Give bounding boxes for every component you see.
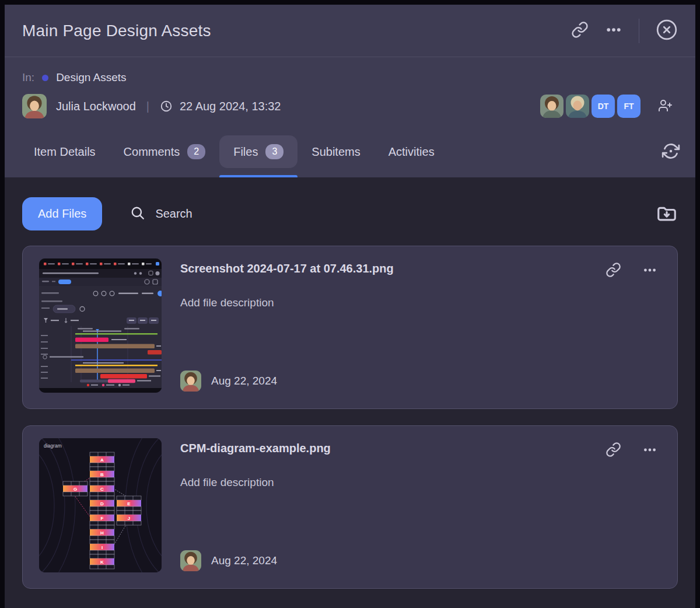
author-avatar xyxy=(22,94,47,118)
file-card-main: Screenshot 2024-07-17 at 07.46.31.png xyxy=(180,258,661,396)
sync-refresh-icon xyxy=(662,142,680,162)
meta-separator: | xyxy=(146,100,149,113)
file-thumbnail[interactable]: diagram xyxy=(39,438,162,572)
svg-text:E: E xyxy=(127,501,131,506)
tab-label: Item Details xyxy=(34,145,96,159)
x-circle-icon xyxy=(656,19,678,43)
files-count-badge: 3 xyxy=(265,144,284,159)
clock-icon xyxy=(160,100,173,113)
file-card-footer: Aug 22, 2024 xyxy=(180,550,661,571)
file-name[interactable]: CPM-diagram-example.png xyxy=(180,442,331,455)
ellipsis-icon xyxy=(642,442,657,459)
author-name: Julia Lockwood xyxy=(56,100,136,113)
svg-text:J: J xyxy=(128,516,130,521)
folder-download-icon xyxy=(656,202,678,226)
user-plus-icon xyxy=(658,99,672,114)
svg-text:diagram: diagram xyxy=(44,443,62,449)
member-badge-ft[interactable]: FT xyxy=(617,95,640,118)
titlebar-divider xyxy=(639,19,639,43)
svg-text:D: D xyxy=(100,501,104,506)
file-search xyxy=(130,205,342,223)
project-color-dot xyxy=(42,75,48,81)
svg-text:G: G xyxy=(74,487,77,492)
page-title: Main Page Design Assets xyxy=(22,22,211,40)
file-description-placeholder[interactable]: Add file description xyxy=(180,476,661,489)
screen: Main Page Design Assets In: xyxy=(0,0,700,608)
file-name[interactable]: Screenshot 2024-07-17 at 07.46.31.png xyxy=(180,262,394,275)
svg-text:H: H xyxy=(100,530,104,536)
tab-item-details[interactable]: Item Details xyxy=(20,126,110,177)
member-badge-dt[interactable]: DT xyxy=(592,95,615,118)
item-more-options-button[interactable] xyxy=(605,21,622,40)
file-card-actions xyxy=(606,442,661,459)
uploader-avatar xyxy=(180,550,201,571)
search-input[interactable] xyxy=(155,207,342,221)
gantt-screenshot-graphic xyxy=(39,258,162,393)
tab-label: Activities xyxy=(388,145,435,159)
created-timestamp: 22 Aug 2024, 13:32 xyxy=(180,100,281,113)
comments-count-badge: 2 xyxy=(187,144,205,159)
svg-text:A: A xyxy=(100,457,104,463)
in-label: In: xyxy=(22,71,34,84)
add-files-button[interactable]: Add Files xyxy=(22,197,102,230)
search-icon xyxy=(130,205,145,223)
link-icon xyxy=(606,442,621,459)
file-more-options-button[interactable] xyxy=(642,442,657,459)
sync-button[interactable] xyxy=(662,142,680,162)
link-icon xyxy=(571,21,589,40)
file-card-list: Screenshot 2024-07-17 at 07.46.31.png xyxy=(22,246,678,589)
file-copy-link-button[interactable] xyxy=(606,262,621,279)
file-thumbnail[interactable] xyxy=(39,258,162,393)
tab-label: Files xyxy=(233,145,258,159)
download-all-files-button[interactable] xyxy=(656,202,678,226)
file-card-footer: Aug 22, 2024 xyxy=(180,371,661,392)
files-toolbar: Add Files xyxy=(22,197,678,230)
item-tabs-bar: Item Details Comments 2 Files 3 Subitems… xyxy=(5,126,695,177)
file-card-main: CPM-diagram-example.png xyxy=(180,438,661,576)
project-name-link[interactable]: Design Assets xyxy=(56,71,126,84)
file-description-placeholder[interactable]: Add file description xyxy=(180,296,661,309)
svg-text:B: B xyxy=(100,472,104,477)
cpm-diagram-graphic: diagram xyxy=(39,438,162,572)
close-modal-button[interactable] xyxy=(656,19,678,43)
member-avatar-1[interactable] xyxy=(540,95,564,118)
item-meta-section: In: Design Assets Julia Lockwood | 22 Au… xyxy=(5,57,695,126)
copy-item-link-button[interactable] xyxy=(571,21,589,40)
titlebar-actions xyxy=(571,19,678,43)
file-copy-link-button[interactable] xyxy=(606,442,621,459)
tab-label: Comments xyxy=(124,145,180,159)
link-icon xyxy=(606,262,621,279)
tab-activities[interactable]: Activities xyxy=(374,126,449,177)
svg-text:F: F xyxy=(101,516,104,521)
file-card-actions xyxy=(606,262,661,279)
member-avatars-group: DT FT xyxy=(540,93,678,119)
svg-text:I: I xyxy=(102,545,103,550)
ellipsis-icon xyxy=(605,21,622,40)
file-card: Screenshot 2024-07-17 at 07.46.31.png xyxy=(22,246,678,409)
add-member-button[interactable] xyxy=(652,93,678,119)
file-card: diagram xyxy=(22,425,678,589)
ellipsis-icon xyxy=(642,263,657,279)
upload-date: Aug 22, 2024 xyxy=(211,375,277,387)
tab-comments[interactable]: Comments 2 xyxy=(110,126,220,177)
tab-subitems[interactable]: Subitems xyxy=(298,126,374,177)
tab-files[interactable]: Files 3 xyxy=(219,126,298,177)
svg-text:K: K xyxy=(100,560,104,565)
tab-label: Subitems xyxy=(312,145,360,159)
member-avatar-2[interactable] xyxy=(566,95,589,118)
file-more-options-button[interactable] xyxy=(642,263,657,279)
uploader-avatar xyxy=(180,371,201,392)
item-author-row: Julia Lockwood | 22 Aug 2024, 13:32 DT F… xyxy=(22,93,678,119)
svg-text:C: C xyxy=(100,487,104,492)
files-tab-panel: Add Files xyxy=(5,177,695,608)
item-detail-modal: Main Page Design Assets In: xyxy=(5,5,695,608)
modal-titlebar: Main Page Design Assets xyxy=(5,5,695,57)
item-location-row: In: Design Assets xyxy=(22,71,678,84)
upload-date: Aug 22, 2024 xyxy=(211,554,277,567)
